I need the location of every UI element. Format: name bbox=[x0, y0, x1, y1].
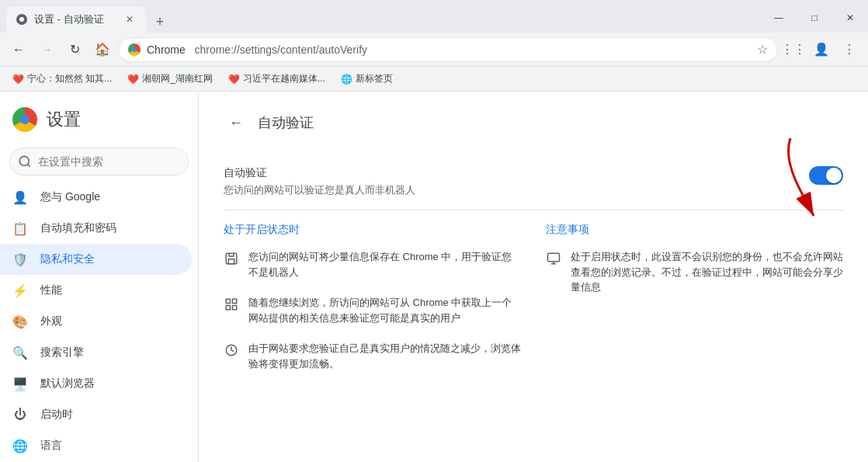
bookmark-3[interactable]: ❤️ 习近平在越南媒体... bbox=[222, 69, 332, 89]
sidebar-item-performance[interactable]: ⚡ 性能 bbox=[0, 275, 192, 306]
sidebar-header: 设置 bbox=[0, 98, 198, 144]
bookmark-2-label: 湘朝网_湖南红网 bbox=[142, 72, 213, 85]
sidebar-item-startup-label: 启动时 bbox=[40, 408, 73, 422]
svg-rect-3 bbox=[228, 259, 234, 264]
sidebar-item-default-browser-label: 默认浏览器 bbox=[40, 377, 95, 391]
sidebar-item-appearance[interactable]: 🎨 外观 bbox=[0, 306, 192, 337]
forward-button[interactable]: → bbox=[34, 37, 59, 62]
url-path: chrome://settings/content/autoVerify bbox=[194, 43, 367, 56]
svg-point-1 bbox=[19, 17, 24, 22]
bookmark-4-icon: 🌐 bbox=[341, 74, 352, 85]
privacy-icon: 🛡️ bbox=[12, 252, 28, 267]
svg-rect-6 bbox=[226, 306, 230, 310]
tab-favicon bbox=[16, 13, 28, 26]
sidebar-item-language-label: 语言 bbox=[40, 439, 62, 453]
content-area: 设置 👤 您与 Google 📋 自动填充和密码 🛡️ 隐私和安全 ⚡ 性能 bbox=[0, 92, 868, 462]
search-engine-icon: 🔍 bbox=[12, 345, 28, 360]
chrome-logo-icon bbox=[128, 43, 141, 56]
minimize-button[interactable]: — bbox=[761, 6, 797, 30]
bookmark-star-icon[interactable]: ☆ bbox=[757, 42, 768, 57]
tab-title: 设置 - 自动验证 bbox=[34, 12, 116, 26]
sidebar-item-default-browser[interactable]: 🖥️ 默认浏览器 bbox=[0, 368, 192, 399]
search-bar bbox=[9, 148, 189, 175]
bookmarks-bar: ❤️ 宁心：知然然 知其... ❤️ 湘朝网_湖南红网 ❤️ 习近平在越南媒体.… bbox=[0, 67, 868, 92]
clock-icon bbox=[224, 342, 239, 358]
toolbar-right: ⋮⋮ 👤 ⋮ bbox=[781, 37, 862, 62]
active-tab[interactable]: 设置 - 自动验证 ✕ bbox=[6, 6, 146, 33]
feature-text-3: 由于网站要求您验证自己是真实用户的情况随之减少，浏览体验将变得更加流畅。 bbox=[248, 341, 521, 371]
svg-rect-9 bbox=[548, 253, 560, 262]
auto-verify-toggle[interactable] bbox=[809, 166, 843, 185]
svg-rect-5 bbox=[233, 299, 237, 303]
reload-button[interactable]: ↻ bbox=[62, 37, 87, 62]
monitor-icon bbox=[546, 251, 561, 266]
feature-item-3: 由于网站要求您验证自己是真实用户的情况随之减少，浏览体验将变得更加流畅。 bbox=[224, 341, 521, 371]
sidebar-item-search-label: 搜索引擎 bbox=[40, 346, 84, 360]
auto-verify-setting-row: 自动验证 您访问的网站可以验证您是真人而非机器人 bbox=[224, 154, 843, 210]
sidebar-item-performance-label: 性能 bbox=[40, 283, 62, 297]
bookmark-1-icon: ❤️ bbox=[12, 74, 24, 85]
language-icon: 🌐 bbox=[12, 438, 28, 453]
back-button[interactable]: ← bbox=[6, 37, 31, 62]
tab-bar: 设置 - 自动验证 ✕ + — □ ✕ bbox=[0, 0, 868, 33]
maximize-button[interactable]: □ bbox=[797, 6, 832, 30]
autofill-icon: 📋 bbox=[12, 221, 28, 236]
window-controls: — □ ✕ bbox=[761, 6, 868, 33]
sidebar-item-startup[interactable]: ⏻ 启动时 bbox=[0, 399, 192, 430]
bookmark-4-label: 新标签页 bbox=[356, 72, 393, 85]
grid-icon bbox=[224, 297, 239, 312]
left-section-title: 处于开启状态时 bbox=[224, 223, 521, 237]
bookmark-4[interactable]: 🌐 新标签页 bbox=[335, 69, 399, 89]
tab-close-button[interactable]: ✕ bbox=[123, 12, 137, 26]
address-text: Chrome chrome://settings/content/autoVer… bbox=[147, 43, 751, 56]
menu-button[interactable]: ⋮ bbox=[837, 37, 862, 62]
page-back-button[interactable]: ← bbox=[224, 110, 248, 135]
bookmark-3-label: 习近平在越南媒体... bbox=[243, 72, 325, 85]
sidebar-item-privacy[interactable]: 🛡️ 隐私和安全 bbox=[0, 244, 192, 275]
feature-text-2: 随着您继续浏览，所访问的网站可从 Chrome 中获取上一个网站提供的相关信息来… bbox=[248, 295, 521, 325]
page-header: ← 自动验证 bbox=[224, 110, 843, 135]
right-column: 注意事项 处于启用状态时，此设置不会识别您的身份，也不会允许网站查看您的浏览记录… bbox=[546, 223, 843, 387]
address-bar[interactable]: Chrome chrome://settings/content/autoVer… bbox=[118, 37, 778, 62]
google-icon: 👤 bbox=[12, 189, 28, 205]
sidebar-item-appearance-label: 外观 bbox=[40, 314, 62, 328]
home-button[interactable]: 🏠 bbox=[90, 37, 115, 62]
bookmark-3-icon: ❤️ bbox=[228, 74, 240, 85]
sidebar-item-autofill[interactable]: 📋 自动填充和密码 bbox=[0, 213, 192, 244]
browser-frame: 设置 - 自动验证 ✕ + — □ ✕ ← → ↻ 🏠 Chrome chrom… bbox=[0, 0, 868, 462]
page-title: 自动验证 bbox=[258, 113, 314, 132]
close-button[interactable]: ✕ bbox=[832, 6, 868, 30]
left-column: 处于开启状态时 您访问的网站可将少量信息保存在 Chrome 中，用于验证您不是… bbox=[224, 223, 521, 387]
sidebar-item-google[interactable]: 👤 您与 Google bbox=[0, 182, 192, 213]
feature-item-2: 随着您继续浏览，所访问的网站可从 Chrome 中获取上一个网站提供的相关信息来… bbox=[224, 295, 521, 325]
note-text-1: 处于启用状态时，此设置不会识别您的身份，也不会允许网站查看您的浏览记录。不过，在… bbox=[571, 249, 843, 295]
bookmark-1[interactable]: ❤️ 宁心：知然然 知其... bbox=[6, 69, 118, 89]
right-section-title: 注意事项 bbox=[546, 223, 843, 237]
sidebar-item-language[interactable]: 🌐 语言 bbox=[0, 430, 192, 461]
settings-search-input[interactable] bbox=[9, 148, 189, 175]
bookmark-2-icon: ❤️ bbox=[127, 74, 139, 85]
svg-rect-7 bbox=[233, 306, 237, 310]
new-tab-button[interactable]: + bbox=[149, 11, 171, 33]
url-scheme: Chrome bbox=[147, 43, 186, 56]
setting-desc: 您访问的网站可以验证您是真人而非机器人 bbox=[224, 183, 809, 197]
settings-sidebar: 设置 👤 您与 Google 📋 自动填充和密码 🛡️ 隐私和安全 ⚡ 性能 bbox=[0, 92, 199, 462]
note-item-1: 处于启用状态时，此设置不会识别您的身份，也不会允许网站查看您的浏览记录。不过，在… bbox=[546, 249, 843, 295]
save-icon bbox=[224, 251, 239, 266]
feature-text-1: 您访问的网站可将少量信息保存在 Chrome 中，用于验证您不是机器人 bbox=[248, 249, 521, 280]
chrome-large-icon bbox=[12, 107, 37, 132]
sidebar-item-google-label: 您与 Google bbox=[40, 190, 100, 204]
bookmark-2[interactable]: ❤️ 湘朝网_湖南红网 bbox=[121, 69, 219, 89]
bookmark-1-label: 宁心：知然然 知其... bbox=[27, 72, 112, 85]
startup-icon: ⏻ bbox=[12, 407, 28, 422]
feature-item-1: 您访问的网站可将少量信息保存在 Chrome 中，用于验证您不是机器人 bbox=[224, 249, 521, 280]
settings-title: 设置 bbox=[47, 108, 81, 131]
info-columns: 处于开启状态时 您访问的网站可将少量信息保存在 Chrome 中，用于验证您不是… bbox=[224, 223, 843, 387]
sidebar-item-search[interactable]: 🔍 搜索引擎 bbox=[0, 337, 192, 368]
extensions-button[interactable]: ⋮⋮ bbox=[781, 37, 806, 62]
setting-info: 自动验证 您访问的网站可以验证您是真人而非机器人 bbox=[224, 166, 809, 197]
performance-icon: ⚡ bbox=[12, 283, 28, 298]
profile-button[interactable]: 👤 bbox=[809, 37, 834, 62]
sidebar-item-privacy-label: 隐私和安全 bbox=[40, 252, 95, 266]
appearance-icon: 🎨 bbox=[12, 314, 28, 329]
